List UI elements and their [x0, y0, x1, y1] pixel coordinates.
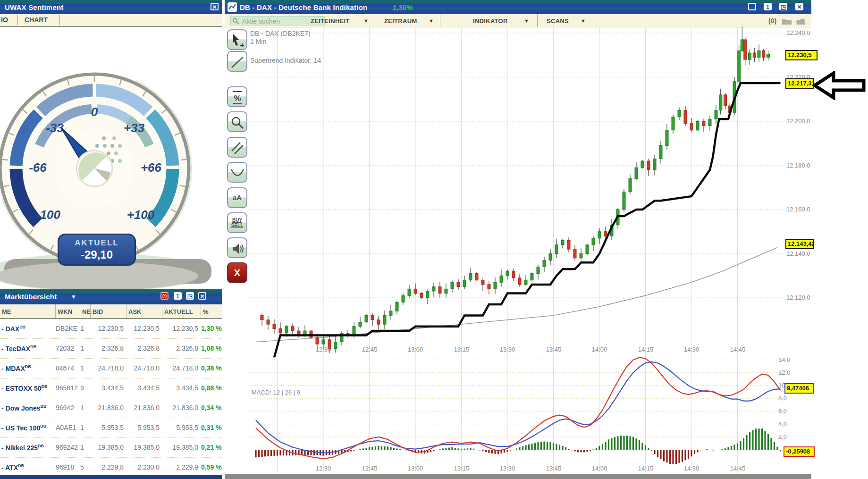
instrument-name[interactable]: - DAXDB — [0, 319, 56, 338]
text-tool[interactable]: aA — [227, 187, 247, 208]
instrument-name[interactable]: - US Tec 100DB — [0, 418, 56, 437]
chevron-down-icon[interactable]: ▼ — [71, 294, 76, 300]
news-cell: 1 — [80, 438, 91, 457]
ask-cell: 3.434,5 — [126, 378, 162, 398]
macd-indicator-label: MACD: 12 | 26 | 9 — [252, 389, 300, 396]
instrument-timeframe-label: 1 Min — [250, 38, 266, 45]
instrument-name[interactable]: - TecDAXDB — [0, 339, 56, 358]
ask-cell: 21.836,0 — [126, 398, 162, 418]
close-chart-tool[interactable]: X — [227, 262, 247, 283]
last-cell: 19.385,0 — [162, 438, 201, 457]
change-pct-cell: 0,59 % — [201, 458, 222, 475]
col-ask[interactable]: ASK — [126, 304, 162, 318]
wkn-cell: 72032 — [56, 339, 80, 358]
change-pct-cell: 0,21 % — [201, 438, 222, 457]
macd-axis-label: 6,0 — [778, 407, 787, 414]
arc-tool[interactable] — [227, 162, 247, 183]
broadcast-icon[interactable]: (•) — [160, 292, 169, 300]
table-row[interactable]: - ATXDB9691852.229,82.230,02.229,90,59 % — [0, 458, 222, 475]
macd-time-axis-label: 13:45 — [543, 465, 564, 472]
table-row[interactable]: - DAXDBDB2KE112.230,512.230,512.230,51,3… — [0, 319, 222, 339]
zoom-tool[interactable] — [227, 111, 247, 132]
macd-axis-label: 14,0 — [778, 356, 790, 363]
last-cell: 3.434,5 — [162, 378, 201, 398]
line-tool[interactable] — [227, 51, 247, 72]
tab-chart[interactable]: CHART — [25, 16, 48, 24]
zoom-icon — [229, 125, 246, 133]
table-row[interactable]: - Nikkei 225DB969242119.385,019.385,019.… — [0, 438, 222, 458]
ask-cell: 24.718,0 — [126, 359, 162, 378]
news-cell: 1 — [80, 339, 91, 358]
last-cell: 2.229,9 — [162, 458, 201, 475]
text-icon: aA — [228, 188, 246, 207]
table-row[interactable]: - TecDAXDB7203212.326,82.326,82.326,81,0… — [0, 339, 222, 359]
gauge-tick-label: +33 — [124, 121, 145, 135]
macd-time-axis-label: 14:30 — [681, 465, 702, 472]
market-panel-title: Marktübersicht — [5, 293, 57, 301]
ask-cell: 2.230,0 — [126, 458, 162, 475]
parallel-icon — [229, 150, 246, 158]
col-aktuell[interactable]: AKTUELL — [162, 304, 201, 318]
arc-icon — [229, 175, 246, 183]
macd-time-axis-label: 14:45 — [727, 465, 748, 472]
percent-tool[interactable]: % — [227, 86, 247, 107]
parallel-lines-tool[interactable] — [227, 137, 247, 158]
instrument-name[interactable]: - ESTOXX 50DB — [0, 378, 56, 398]
supertrend-value-badge: 12.217,31 — [785, 78, 814, 89]
time-axis-label: 14:15 — [635, 346, 656, 353]
col-wkn[interactable]: WKN — [56, 304, 80, 318]
close-icon[interactable]: ✕ — [211, 3, 219, 10]
market-panel-bottom-edge — [0, 475, 222, 479]
instrument-name[interactable]: - Nikkei 225DB — [0, 438, 56, 457]
ma-value-badge: 12.143,42 — [785, 239, 814, 249]
bid-cell: 24.718,0 — [91, 359, 126, 378]
last-cell: 5.953,5 — [162, 418, 201, 437]
gauge-tick-label: +66 — [141, 160, 162, 175]
col-pct[interactable]: % — [201, 304, 222, 318]
instrument-name[interactable]: - Dow JonesDB — [0, 398, 56, 418]
wkn-cell: DB2KE — [56, 319, 80, 338]
macd-time-axis-label: 12:30 — [313, 465, 334, 472]
table-row[interactable]: - MDAXDB84674124.718,024.718,024.718,00,… — [0, 359, 222, 378]
close-icon[interactable]: ✕ — [198, 292, 206, 300]
wkn-cell: 965812 — [56, 378, 80, 398]
market-panel-header[interactable]: Marktübersicht ▼ (•) 1 ◳ ✕ — [0, 289, 222, 304]
macd-axis-label: 8,0 — [778, 395, 787, 402]
time-axis-label: 14:30 — [681, 346, 702, 353]
col-name[interactable]: ME — [0, 304, 56, 318]
chart-panel-bottom-edge — [225, 474, 811, 479]
news-cell: 1 — [80, 398, 91, 418]
table-row[interactable]: - ESTOXX 50DB96581293.434,53.434,53.434,… — [0, 378, 222, 398]
bid-cell: 5.953,5 — [91, 418, 126, 437]
line-icon — [229, 64, 246, 72]
bid-cell: 12.230,5 — [91, 319, 126, 338]
gauge-tick-label: +100 — [127, 208, 155, 222]
candlestick-series — [261, 26, 770, 353]
pointer-tool[interactable] — [227, 29, 247, 50]
bid-cell: 21.836,0 — [91, 398, 126, 418]
buy-sell-tool[interactable]: BUYSELL — [227, 212, 247, 233]
price-chart-canvas[interactable] — [225, 0, 811, 479]
tab-partial[interactable]: IO — [1, 16, 8, 24]
macd-axis-label: 12,0 — [778, 369, 790, 376]
restore-icon[interactable]: ◳ — [186, 292, 194, 300]
market-table-body: - DAXDBDB2KE112.230,512.230,512.230,51,3… — [0, 319, 222, 475]
ask-cell: 19.385,0 — [126, 438, 162, 457]
window-count-icon[interactable]: 1 — [174, 292, 182, 300]
time-axis-label: 13:45 — [543, 346, 564, 353]
sentiment-badge-label: AKTUELL — [59, 238, 135, 248]
svg-text:%: % — [234, 94, 241, 103]
time-axis-label: 14:45 — [727, 346, 748, 353]
col-news[interactable]: NE — [80, 304, 91, 318]
sound-tool[interactable] — [227, 237, 247, 258]
table-row[interactable]: - US Tec 100DBA0AE115.953,55.953,55.953,… — [0, 418, 222, 438]
col-bid[interactable]: BID — [91, 304, 126, 318]
instrument-name[interactable]: - MDAXDB — [0, 359, 56, 378]
bid-cell: 19.385,0 — [91, 438, 126, 457]
last-price-badge: 12.230,5 — [785, 50, 817, 60]
price-axis-label: 12.120,0 — [786, 294, 810, 301]
wkn-cell: 96918 — [56, 458, 80, 475]
sentiment-panel-header[interactable]: UWAX Sentiment ✕ — [0, 0, 222, 14]
table-row[interactable]: - Dow JonesDB96942121.836,021.836,021.83… — [0, 398, 222, 418]
instrument-name[interactable]: - ATXDB — [0, 458, 56, 475]
